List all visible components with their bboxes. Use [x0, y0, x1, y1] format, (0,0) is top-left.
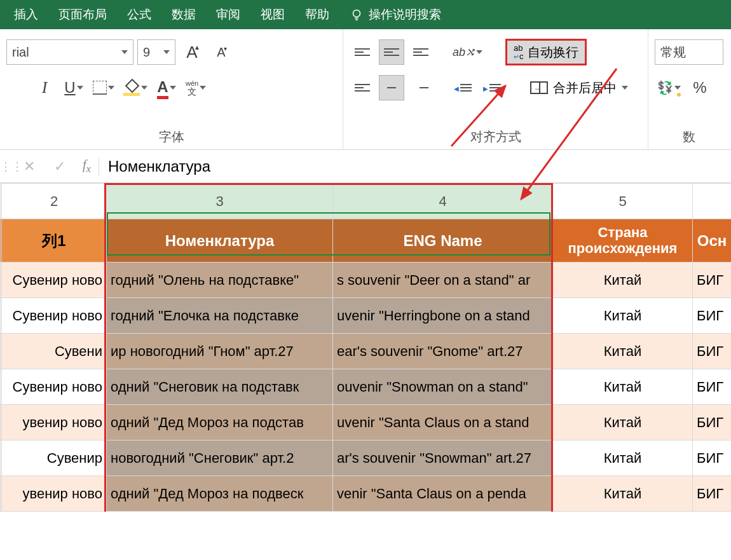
column-header-3[interactable]: 3 — [107, 184, 333, 219]
cell[interactable]: БИГ — [693, 334, 732, 369]
table-header-col6[interactable]: Осн — [693, 219, 732, 263]
phonetic-button[interactable]: wén文 — [183, 75, 208, 100]
table-row[interactable]: увенир новоодний "Дед Мороз на подвескve… — [1, 476, 732, 512]
cell[interactable]: БИГ — [693, 405, 732, 440]
align-middle-button[interactable] — [379, 39, 404, 65]
cell[interactable]: Китай — [553, 405, 693, 440]
table-row[interactable]: Сувенир новогодний "Олень на подставке"s… — [1, 263, 732, 298]
cell[interactable]: venir "Santa Claus on a penda — [333, 476, 553, 512]
cell[interactable]: БИГ — [693, 440, 732, 476]
fill-color-button[interactable] — [121, 75, 150, 100]
group-number-label: 数 — [655, 125, 723, 147]
decrease-indent-button[interactable] — [450, 75, 475, 100]
table-row[interactable]: увенир новоодний "Дед Мороз на подставuv… — [1, 405, 732, 440]
cell[interactable]: новогодний "Снеговик" арт.2 — [107, 440, 333, 476]
menu-data[interactable]: 数据 — [161, 1, 206, 28]
cell[interactable]: s souvenir "Deer on a stand" ar — [333, 263, 553, 298]
cell[interactable]: Сувенир ново — [2, 369, 107, 405]
merge-center-icon: ↔ — [530, 81, 548, 94]
align-right-button[interactable] — [408, 75, 434, 100]
cell[interactable]: Китай — [553, 369, 693, 405]
column-header-4[interactable]: 4 — [333, 184, 553, 219]
column-header-row[interactable]: 2 3 4 5 — [1, 184, 732, 219]
cell[interactable]: ar's souvenir "Snowman" art.27 — [333, 440, 553, 476]
cell[interactable]: ир новогодний "Гном" арт.27 — [107, 334, 333, 369]
orientation-button[interactable]: ab⤭ — [450, 39, 485, 65]
menu-view[interactable]: 视图 — [250, 1, 295, 28]
menu-review[interactable]: 审阅 — [206, 1, 250, 28]
chevron-down-icon — [121, 50, 128, 54]
align-top-button[interactable] — [350, 39, 375, 65]
spreadsheet-grid[interactable]: 2 3 4 5 列1 Номенклатура ENG Name Страна … — [0, 183, 731, 512]
wrap-text-button[interactable]: ab↵c 自动换行 — [505, 39, 587, 65]
table-row[interactable]: Сувенирновогодний "Снеговик" арт.2ar's s… — [1, 440, 732, 476]
grow-font-button[interactable]: A▴ — [179, 39, 205, 65]
table-row[interactable]: Сувенир новоодний "Снеговик на подставкo… — [1, 369, 732, 405]
lightbulb-icon — [350, 8, 364, 22]
cell[interactable]: увенир ново — [2, 476, 107, 512]
borders-button[interactable] — [90, 75, 117, 100]
cell[interactable]: БИГ — [693, 369, 732, 405]
underline-button[interactable]: U — [61, 75, 86, 100]
align-center-button[interactable] — [379, 75, 404, 100]
table-header-col3[interactable]: Номенклатура — [107, 219, 333, 263]
font-size-combo[interactable]: 9 — [137, 39, 175, 65]
menu-insert[interactable]: 插入 — [4, 1, 48, 28]
font-name-combo[interactable]: rial — [6, 39, 133, 65]
merge-center-button[interactable]: ↔ 合并后居中 — [525, 74, 633, 101]
accept-formula-button[interactable]: ✓ — [44, 158, 75, 175]
percent-button[interactable]: % — [687, 75, 713, 100]
cell[interactable]: Сувенир ново — [2, 263, 107, 298]
cell[interactable]: БИГ — [693, 476, 732, 512]
cell[interactable]: одний "Снеговик на подставк — [107, 369, 333, 405]
currency-button[interactable]: 💱 — [655, 75, 683, 100]
font-color-button[interactable]: A — [154, 75, 179, 100]
menu-tell-me[interactable]: 操作说明搜索 — [339, 1, 451, 28]
column-header-2[interactable]: 2 — [2, 184, 107, 219]
formula-bar-handle[interactable]: ⋮⋮ — [0, 160, 14, 174]
chevron-down-icon — [674, 86, 681, 90]
cell[interactable]: Сувенир — [2, 440, 107, 476]
ribbon: rial 9 A▴ A▾ I U A wén文 字体 ab⤭ — [0, 29, 731, 150]
cell[interactable]: годний "Олень на подставке" — [107, 263, 333, 298]
align-left-button[interactable] — [350, 75, 375, 100]
cell[interactable]: Китай — [553, 440, 693, 476]
cell[interactable]: Сувенир ново — [2, 298, 107, 334]
cell[interactable]: БИГ — [693, 263, 732, 298]
increase-indent-button[interactable] — [479, 75, 505, 100]
cell[interactable]: БИГ — [693, 298, 732, 334]
menu-page-layout[interactable]: 页面布局 — [48, 1, 117, 28]
formula-input[interactable] — [99, 158, 731, 175]
number-format-value: 常规 — [660, 44, 686, 61]
cell[interactable]: одний "Дед Мороз на подвеск — [107, 476, 333, 512]
table-header-col4[interactable]: ENG Name — [333, 219, 553, 263]
shrink-font-button[interactable]: A▾ — [208, 39, 234, 65]
cell[interactable]: Китай — [553, 334, 693, 369]
cell[interactable]: Китай — [553, 298, 693, 334]
align-bottom-button[interactable] — [408, 39, 434, 65]
cell[interactable]: ouvenir "Snowman on a stand" — [333, 369, 553, 405]
table-header-col5[interactable]: Страна происхождения — [553, 219, 693, 263]
fx-icon[interactable]: fx — [75, 158, 99, 175]
cell[interactable]: годний "Елочка на подставке — [107, 298, 333, 334]
menu-formulas[interactable]: 公式 — [117, 1, 161, 28]
cell[interactable]: Китай — [553, 476, 693, 512]
column-header-5[interactable]: 5 — [553, 184, 693, 219]
table-row[interactable]: Сувенир новогодний "Елочка на подставкеu… — [1, 298, 732, 334]
cell[interactable]: ear's souvenir "Gnome" art.27 — [333, 334, 553, 369]
bold-button[interactable] — [3, 75, 28, 100]
cancel-formula-button[interactable]: ✕ — [14, 158, 44, 175]
column-header-6[interactable] — [693, 184, 732, 219]
cell[interactable]: Сувени — [2, 334, 107, 369]
table-row[interactable]: Сувениир новогодний "Гном" арт.27ear's s… — [1, 334, 732, 369]
menu-help[interactable]: 帮助 — [295, 1, 339, 28]
cell[interactable]: uvenir "Herringbone on a stand — [333, 298, 553, 334]
chevron-down-icon — [622, 86, 628, 90]
number-format-combo[interactable]: 常规 — [655, 39, 723, 65]
cell[interactable]: увенир ново — [2, 405, 107, 440]
cell[interactable]: Китай — [553, 263, 693, 298]
cell[interactable]: одний "Дед Мороз на подстав — [107, 405, 333, 440]
italic-button[interactable]: I — [32, 75, 57, 100]
table-header-col1[interactable]: 列1 — [2, 219, 107, 263]
cell[interactable]: uvenir "Santa Claus on a stand — [333, 405, 553, 440]
